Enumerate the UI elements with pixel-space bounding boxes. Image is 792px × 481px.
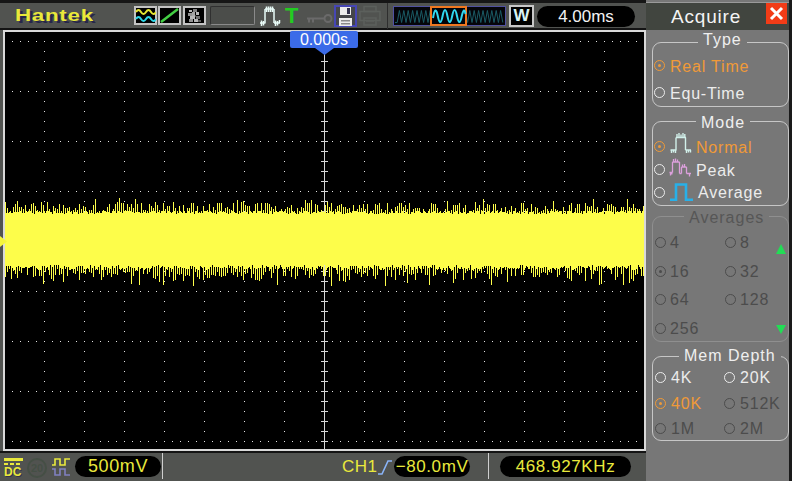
svg-text:20: 20 xyxy=(31,462,43,474)
svg-text:DC: DC xyxy=(4,465,22,478)
